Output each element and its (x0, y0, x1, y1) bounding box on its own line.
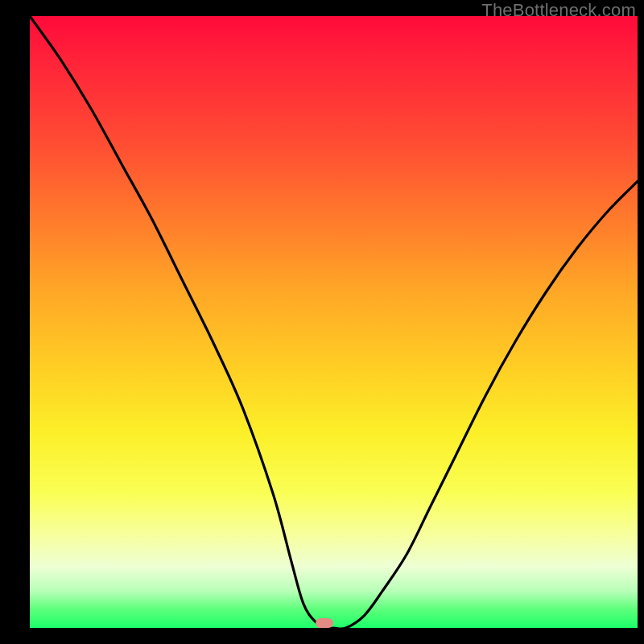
curve-path (30, 16, 638, 629)
chart-frame: TheBottleneck.com (0, 0, 644, 644)
watermark-text: TheBottleneck.com (481, 0, 636, 21)
optimal-point-marker (316, 618, 333, 628)
bottleneck-curve (30, 16, 638, 628)
plot-area (30, 16, 638, 628)
